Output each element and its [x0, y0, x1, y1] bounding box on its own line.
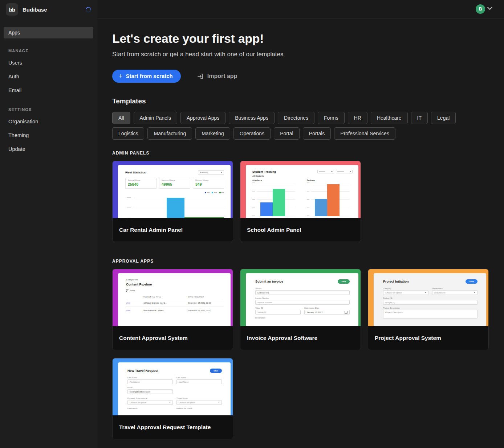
card-thumbnail: Student Tracking All Students Attendance — [240, 161, 361, 218]
filter-chip-portals[interactable]: Portals — [303, 127, 331, 140]
table-row: View How to Build a Content... December … — [126, 307, 223, 314]
sidebar-item-apps[interactable]: Apps — [4, 27, 93, 38]
card-footer: Car Rental Admin Panel — [113, 218, 233, 242]
bar — [184, 217, 224, 218]
start-from-scratch-button[interactable]: + Start from scratch — [112, 70, 181, 83]
card-title: Invoice Approval Software — [247, 335, 317, 341]
bar — [327, 184, 340, 216]
stat-maximum-mileage: Maximum Mileage49965 — [159, 178, 190, 189]
sidebar-nav: Apps MANAGE Users Auth Email SETTINGS Or… — [0, 27, 97, 156]
invoice-form-preview: Submit an invoice Save Vendor Example In… — [246, 273, 358, 326]
availability-select: Availability — [198, 170, 224, 174]
fleet-preview: Fleet Statistics Availability Average Mi… — [118, 165, 231, 218]
company-name: Example Inc — [126, 279, 223, 281]
template-card-travel-approval[interactable]: New Travel Request Save First Name First… — [112, 358, 233, 439]
sidebar-item-users[interactable]: Users — [0, 56, 97, 70]
save-button: Save — [210, 369, 222, 373]
topbar: B — [98, 0, 504, 19]
bar — [260, 202, 273, 216]
import-icon — [197, 73, 204, 80]
filter-chip-marketing[interactable]: Marketing — [195, 127, 230, 140]
card-title: Car Rental Admin Panel — [119, 227, 183, 233]
start-from-scratch-label: Start from scratch — [126, 73, 173, 79]
bar — [167, 198, 184, 218]
save-button: Save — [338, 279, 350, 284]
column-header: DATE REQUIRED — [188, 296, 223, 298]
template-card-content-approval[interactable]: Example Inc Content Pipeline Filter REQU… — [112, 269, 233, 350]
submission-date-field: Submission Date January 18, 2022 — [304, 307, 350, 315]
user-avatar[interactable]: B — [476, 4, 485, 14]
sidebar-section-manage: MANAGE — [0, 38, 97, 56]
logo-text: bb — [9, 7, 15, 13]
save-button: Save — [466, 279, 477, 284]
filter-chip-healthcare[interactable]: Healthcare — [371, 112, 408, 124]
import-app-label: Import app — [207, 73, 237, 79]
fleet-bar-chart — [125, 196, 224, 218]
tardiness-chart: Tardiness — [307, 180, 350, 216]
sidebar-item-organisation[interactable]: Organisation — [0, 115, 97, 128]
filter-chip-business-apps[interactable]: Business Apps — [229, 112, 275, 124]
filter-chip-operations[interactable]: Operations — [233, 127, 271, 140]
budibase-logo-icon: bb — [6, 3, 18, 16]
filter-chip-manufacturing[interactable]: Manufacturing — [147, 127, 192, 140]
travel-form-preview: New Travel Request Save First Name First… — [118, 362, 231, 415]
department-field: Department Department — [432, 287, 477, 295]
main-area: B Let's create your first app! Start fro… — [98, 0, 504, 448]
sidebar-item-auth[interactable]: Auth — [0, 70, 97, 83]
approval-apps-cards: Example Inc Content Pipeline Filter REQU… — [112, 269, 504, 439]
admin-panels-section-title: ADMIN PANELS — [112, 151, 504, 156]
chevron-down-icon[interactable] — [487, 5, 492, 10]
page-title: Let's create your first app! — [112, 32, 504, 46]
filter-chip-directories[interactable]: Directories — [278, 112, 314, 124]
filter-chip-it[interactable]: IT — [411, 112, 428, 124]
filter-chip-approval-apps[interactable]: Approval Apps — [180, 112, 225, 124]
template-filters: All Admin Panels Approval Apps Business … — [112, 112, 463, 140]
filter-chip-logistics[interactable]: Logistics — [112, 127, 144, 140]
category-field: Category Choose an option — [383, 287, 428, 295]
preview-title: Content Pipeline — [126, 283, 223, 286]
admin-panels-cards: Fleet Statistics Availability Average Mi… — [112, 161, 504, 242]
preview-title: New Travel Request — [127, 369, 158, 373]
budget-field: Budget ($) Budget ($) — [383, 297, 477, 305]
email-field: Email ronan@budibase.com — [127, 386, 173, 394]
sidebar-item-update[interactable]: Update — [0, 142, 97, 156]
destination-field: Destination — [127, 407, 173, 410]
card-footer: Invoice Approval Software — [240, 326, 361, 350]
reason-field: Reason for Travel — [176, 407, 222, 410]
loading-spinner-icon — [85, 6, 92, 13]
template-card-project-approval[interactable]: Project Initiation Save Category Choose … — [368, 269, 489, 350]
filter-chip-professional-services[interactable]: Professional Services — [334, 127, 395, 140]
filter-chip-portal[interactable]: Portal — [274, 127, 300, 140]
preview-title: Student Tracking — [252, 170, 276, 173]
attendance-chart: Attendance — [252, 180, 295, 216]
sidebar-section-settings: SETTINGS — [0, 97, 97, 115]
filter-chip-forms[interactable]: Forms — [318, 112, 345, 124]
chevron-down-icon — [169, 402, 171, 403]
brand-name: Budibase — [23, 7, 81, 13]
template-card-school[interactable]: Student Tracking All Students Attendance — [240, 161, 361, 242]
filter-chip-hr[interactable]: HR — [348, 112, 367, 124]
template-card-invoice-approval[interactable]: Submit an invoice Save Vendor Example In… — [240, 269, 361, 350]
column-header: REQUESTED TITLE — [143, 296, 188, 298]
value-field: Value ($) Value ($) — [255, 307, 301, 315]
calendar-icon — [345, 311, 347, 314]
filter-chip-admin-panels[interactable]: Admin Panels — [134, 112, 177, 124]
preview-subtitle: All Students — [252, 175, 353, 177]
card-footer: School Admin Panel — [240, 218, 361, 242]
filter-icon — [126, 289, 129, 292]
sidebar-header: bb Budibase — [0, 0, 97, 19]
class-select — [336, 170, 353, 173]
card-thumbnail: Fleet Statistics Availability Average Mi… — [113, 161, 233, 218]
project-description-field: Project Description Project Description — [383, 307, 477, 318]
filter-chip-legal[interactable]: Legal — [431, 112, 456, 124]
sidebar-item-theming[interactable]: Theming — [0, 128, 97, 142]
template-card-car-rental[interactable]: Fleet Statistics Availability Average Mi… — [112, 161, 233, 242]
school-preview: Student Tracking All Students Attendance — [246, 165, 358, 218]
domestic-international-field: Domestic/International Choose an option — [127, 397, 173, 405]
filter-chip-all[interactable]: All — [112, 112, 130, 124]
sidebar-item-email[interactable]: Email — [0, 83, 97, 97]
import-app-button[interactable]: Import app — [197, 73, 237, 80]
travel-mode-field: Travel Mode Choose an option — [176, 397, 222, 405]
page-subtitle: Start from scratch or get a head start w… — [112, 51, 504, 58]
chart-legend: Min Max Avg — [125, 192, 224, 193]
